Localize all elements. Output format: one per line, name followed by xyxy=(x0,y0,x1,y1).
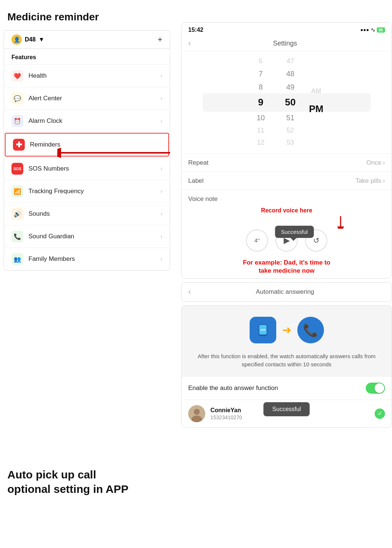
signal-icon: ●●● xyxy=(360,27,369,33)
time-picker[interactable]: 6 7 8 9 10 11 12 47 48 49 50 51 52 53 xyxy=(182,51,392,154)
sidebar-item-health[interactable]: ❤️ Health › xyxy=(4,64,170,87)
back-button[interactable]: ‹ xyxy=(188,38,191,48)
sidebar-item-sounds[interactable]: 🔊 Sounds › xyxy=(4,202,170,225)
svg-point-8 xyxy=(194,409,200,415)
health-icon: ❤️ xyxy=(11,70,23,82)
tracking-frequency-label: Tracking Frequency xyxy=(28,188,160,195)
sos-numbers-label: SOS Numbers xyxy=(28,165,160,172)
voice-duration: 4'' xyxy=(246,229,268,252)
alert-center-icon: 💬 xyxy=(11,93,23,104)
repeat-value: Once › xyxy=(366,159,385,167)
auto-answering-nav: ‹ Automatic answering xyxy=(181,282,392,302)
sidebar-item-alert-center[interactable]: 💬 Alert Center › xyxy=(4,87,170,110)
sidebar-item-family-members[interactable]: 👥 Family Members › xyxy=(4,248,170,270)
family-members-icon: 👥 xyxy=(11,253,23,265)
sidebar-item-tracking-frequency[interactable]: 📶 Tracking Frequency › xyxy=(4,180,170,202)
red-arrow-svg xyxy=(57,144,172,162)
settings-title: Settings xyxy=(196,40,374,47)
hour-6: 6 xyxy=(259,55,263,67)
arrow-emoji: ➜ xyxy=(282,323,291,336)
status-time: 15:42 xyxy=(188,27,203,33)
hour-column[interactable]: 6 7 8 9 10 11 12 xyxy=(246,55,276,148)
min-48: 48 xyxy=(286,67,294,80)
reminders-icon: ✚ xyxy=(13,139,25,151)
auto-answer-illustration: 10S ➜ 📞 xyxy=(182,306,392,351)
repeat-label: Repeat xyxy=(188,159,209,167)
arrow-annotation xyxy=(57,144,172,164)
health-label: Health xyxy=(28,72,160,80)
dropdown-icon: ▼ xyxy=(38,36,44,43)
sounds-label: Sounds xyxy=(28,210,160,218)
sidebar-item-sound-guardian[interactable]: 📞 Sound Guardian › xyxy=(4,225,170,248)
auto-answering-title: Automatic answering xyxy=(196,288,374,296)
avatar-svg xyxy=(188,405,205,422)
chevron-icon: › xyxy=(160,165,162,172)
auto-pickup-line2: optional setting in APP xyxy=(7,482,166,496)
watch-svg: 10S xyxy=(256,322,270,338)
svg-text:10S: 10S xyxy=(260,328,266,332)
pm-option: PM xyxy=(309,98,324,120)
contact-check-icon: ✓ xyxy=(375,409,385,419)
phone-icon: 📞 xyxy=(297,317,324,343)
voice-note-label: Voice note xyxy=(188,195,385,203)
label-row[interactable]: Label Take pills › xyxy=(182,172,392,190)
auto-answer-screen: 10S ➜ 📞 After this function is enabled, … xyxy=(181,305,392,428)
alarm-clock-label: Alarm Clock xyxy=(28,117,160,125)
enable-auto-answer-row[interactable]: Enable the auto answer function xyxy=(182,376,392,400)
sounds-icon: 🔊 xyxy=(11,208,23,220)
auto-pickup-line1: Auto pick up call xyxy=(7,467,166,482)
hour-9: 9 xyxy=(258,94,263,111)
successful-tooltip: Successful xyxy=(275,226,314,238)
label-chevron: › xyxy=(383,177,385,185)
right-panel: 15:42 ●●● ∿ 95 ‹ Settings 6 7 8 9 10 xyxy=(181,22,392,431)
voice-annotation: Record voice here Successful 4'' ▶ xyxy=(188,207,385,252)
device-name-container[interactable]: 👤 D48 ▼ xyxy=(11,34,44,45)
battery-badge: 95 xyxy=(377,27,385,33)
chevron-icon: › xyxy=(160,211,162,217)
watch-icon: 10S xyxy=(250,317,276,343)
sos-numbers-icon: SOS xyxy=(11,163,23,175)
annotation-arrow xyxy=(337,215,352,229)
min-51: 51 xyxy=(286,111,294,124)
chevron-icon: › xyxy=(160,233,162,240)
family-members-label: Family Members xyxy=(28,255,160,263)
toggle-knob xyxy=(375,383,384,393)
device-icon: 👤 xyxy=(11,34,22,45)
minute-column[interactable]: 47 48 49 50 51 52 53 xyxy=(276,55,305,148)
chevron-icon: › xyxy=(160,256,162,262)
auto-answering-back-button[interactable]: ‹ xyxy=(188,287,191,297)
left-panel: Medicine reminder 👤 D48 ▼ + Features ❤️ … xyxy=(0,0,174,548)
status-icons: ●●● ∿ 95 xyxy=(360,26,385,33)
repeat-row[interactable]: Repeat Once › xyxy=(182,154,392,172)
hour-7: 7 xyxy=(258,67,263,80)
label-value-text: Take pills xyxy=(355,177,381,185)
settings-screen: 15:42 ●●● ∿ 95 ‹ Settings 6 7 8 9 10 xyxy=(181,22,392,279)
chevron-icon: › xyxy=(160,118,162,124)
label-label: Label xyxy=(188,177,204,185)
alert-center-label: Alert Center xyxy=(28,95,160,102)
sidebar-item-alarm-clock[interactable]: ⏰ Alarm Clock › xyxy=(4,110,170,132)
tracking-frequency-icon: 📶 xyxy=(11,185,23,197)
device-name-label: D48 xyxy=(25,36,36,43)
add-device-button[interactable]: + xyxy=(158,35,162,44)
watch-container: 10S xyxy=(250,317,276,343)
repeat-value-text: Once xyxy=(366,159,382,167)
nav-bar: ‹ Settings xyxy=(182,36,392,51)
features-label: Features xyxy=(4,49,170,64)
page-title: Medicine reminder xyxy=(0,7,174,30)
contact-avatar xyxy=(188,405,205,422)
sound-guardian-icon: 📞 xyxy=(11,231,23,242)
auto-answer-toggle[interactable] xyxy=(366,383,385,394)
example-text-line1: For example: Dad, it's time to xyxy=(182,257,392,267)
min-52: 52 xyxy=(287,124,294,136)
am-option: AM xyxy=(311,84,321,99)
voice-controls: Successful 4'' ▶ ↺ xyxy=(188,229,385,252)
hour-10: 10 xyxy=(257,111,265,124)
auto-pickup-section: Auto pick up call optional setting in AP… xyxy=(0,453,174,504)
enable-auto-answer-label: Enable the auto answer function xyxy=(188,384,278,392)
sound-guardian-label: Sound Guardian xyxy=(28,233,160,240)
wifi-icon: ∿ xyxy=(371,26,375,33)
ampm-column[interactable]: AM PM xyxy=(305,84,327,120)
chevron-icon: › xyxy=(160,95,162,102)
example-text-line2: take medicine now xyxy=(182,267,392,278)
